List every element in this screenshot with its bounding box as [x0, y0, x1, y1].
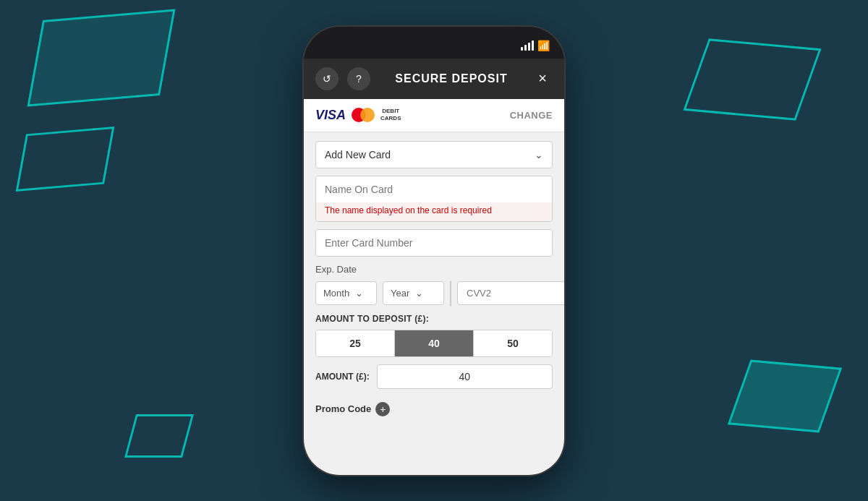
- exp-date-label: Exp. Date: [315, 264, 553, 275]
- visa-logo: VISA: [315, 108, 346, 123]
- payment-logos: VISA DEBIT CARDS: [315, 108, 401, 123]
- amount-25-button[interactable]: 25: [316, 330, 395, 356]
- month-label: Month: [323, 288, 349, 299]
- card-number-container: [315, 229, 553, 257]
- amount-input-row: AMOUNT (£):: [315, 364, 553, 389]
- card-chip-icon: [450, 286, 451, 293]
- help-icon[interactable]: ?: [347, 67, 370, 90]
- month-dropdown[interactable]: Month ⌄: [315, 281, 377, 305]
- phone-content: ↺ ? SECURE DEPOSIT × VISA DEBIT CARDS: [304, 59, 564, 475]
- exp-date-row: Month ⌄ Year ⌄: [315, 281, 553, 307]
- name-on-card-input[interactable]: [316, 176, 552, 202]
- phone-notch: [391, 27, 477, 47]
- bg-decoration-5: [124, 414, 194, 458]
- deposit-amount-section: AMOUNT TO DEPOSIT (£): 25 40 50: [315, 314, 553, 357]
- modal-body: VISA DEBIT CARDS CHANGE Add New Card ⌄: [304, 99, 564, 475]
- promo-code-expand-button[interactable]: +: [375, 402, 390, 416]
- cvv2-input[interactable]: [457, 281, 564, 305]
- year-label: Year: [391, 288, 409, 299]
- signal-icon: [521, 40, 534, 51]
- bg-decoration-4: [728, 360, 842, 433]
- promo-code-label: Promo Code: [315, 403, 371, 414]
- year-dropdown-arrow: ⌄: [415, 288, 423, 299]
- promo-code-row: Promo Code +: [315, 396, 553, 419]
- debit-cards-label: DEBIT CARDS: [380, 108, 401, 121]
- modal-title: SECURE DEPOSIT: [379, 72, 524, 85]
- status-bar: 📶: [304, 27, 564, 59]
- payment-method-bar: VISA DEBIT CARDS CHANGE: [304, 99, 564, 132]
- card-visual-icon: [450, 284, 451, 303]
- amount-to-deposit-label: AMOUNT TO DEPOSIT (£):: [315, 314, 553, 324]
- card-icon-box: [450, 281, 451, 307]
- month-dropdown-arrow: ⌄: [355, 288, 363, 299]
- promo-plus-icon: +: [380, 403, 386, 415]
- name-on-card-container: The name displayed on the card is requir…: [315, 176, 553, 222]
- bg-decoration-1: [27, 9, 175, 106]
- name-on-card-error: The name displayed on the card is requir…: [316, 202, 552, 221]
- reload-icon[interactable]: ↺: [315, 67, 339, 90]
- amount-input-field[interactable]: [377, 364, 553, 389]
- bg-decoration-3: [683, 38, 821, 121]
- close-button[interactable]: ×: [532, 69, 553, 89]
- card-selector-dropdown[interactable]: Add New Card ⌄: [315, 141, 553, 168]
- amount-50-button[interactable]: 50: [474, 330, 552, 356]
- mc-yellow-circle: [360, 108, 375, 122]
- year-dropdown[interactable]: Year ⌄: [383, 281, 444, 305]
- amount-40-button[interactable]: 40: [395, 330, 474, 356]
- change-payment-link[interactable]: CHANGE: [510, 110, 553, 121]
- amount-buttons-group: 25 40 50: [315, 330, 553, 357]
- modal-header: ↺ ? SECURE DEPOSIT ×: [304, 59, 564, 99]
- dropdown-arrow-icon: ⌄: [535, 149, 543, 160]
- status-icons: 📶: [521, 40, 550, 51]
- card-selector-label: Add New Card: [325, 149, 391, 160]
- bg-decoration-2: [16, 127, 115, 192]
- amount-input-label: AMOUNT (£):: [315, 372, 370, 382]
- form-area: Add New Card ⌄ The name displayed on the…: [304, 132, 564, 428]
- wifi-icon: 📶: [537, 40, 550, 51]
- phone-frame: 📶 ↺ ? SECURE DEPOSIT × VISA: [304, 27, 564, 475]
- exp-date-section: Exp. Date Month ⌄ Year ⌄: [315, 264, 553, 307]
- mastercard-logo: [352, 108, 375, 122]
- card-number-input[interactable]: [316, 230, 552, 256]
